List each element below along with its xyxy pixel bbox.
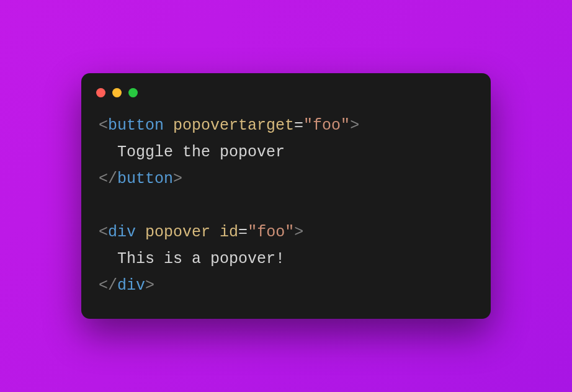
bracket-open: </ <box>99 277 117 295</box>
close-icon[interactable] <box>96 88 105 97</box>
text-content: This is a popover! <box>117 250 285 268</box>
tag-name: button <box>108 117 164 135</box>
text-content: Toggle the popover <box>117 143 285 161</box>
tag-name: div <box>117 277 145 295</box>
tag-name: button <box>117 170 173 188</box>
bracket-close: > <box>350 117 359 135</box>
window-controls <box>81 88 491 112</box>
maximize-icon[interactable] <box>128 88 138 97</box>
attr-name: id <box>220 223 238 241</box>
space <box>210 223 220 241</box>
code-content: <button popovertarget="foo"> Toggle the … <box>81 112 491 299</box>
bracket-open: < <box>99 223 108 241</box>
attr-value: "foo" <box>248 223 294 241</box>
bracket-open: < <box>99 117 108 135</box>
bracket-close: > <box>294 223 303 241</box>
space <box>136 223 145 241</box>
tag-name: div <box>108 223 136 241</box>
minimize-icon[interactable] <box>112 88 122 97</box>
code-line-6: This is a popover! <box>99 250 285 268</box>
code-line-3: </button> <box>99 170 182 188</box>
code-line-7: </div> <box>99 277 154 295</box>
indent <box>99 143 117 161</box>
attr-name: popover <box>145 223 210 241</box>
equals: = <box>294 117 303 135</box>
code-line-1: <button popovertarget="foo"> <box>99 117 359 135</box>
code-window: <button popovertarget="foo"> Toggle the … <box>81 73 491 319</box>
bracket-open: </ <box>99 170 117 188</box>
attr-name: popovertarget <box>173 117 294 135</box>
attr-value: "foo" <box>303 117 350 135</box>
bracket-close: > <box>145 277 154 295</box>
indent <box>99 250 117 268</box>
equals: = <box>238 223 248 241</box>
bracket-close: > <box>173 170 182 188</box>
code-line-2: Toggle the popover <box>99 143 285 161</box>
code-line-5: <div popover id="foo"> <box>99 223 303 241</box>
space <box>164 117 173 135</box>
